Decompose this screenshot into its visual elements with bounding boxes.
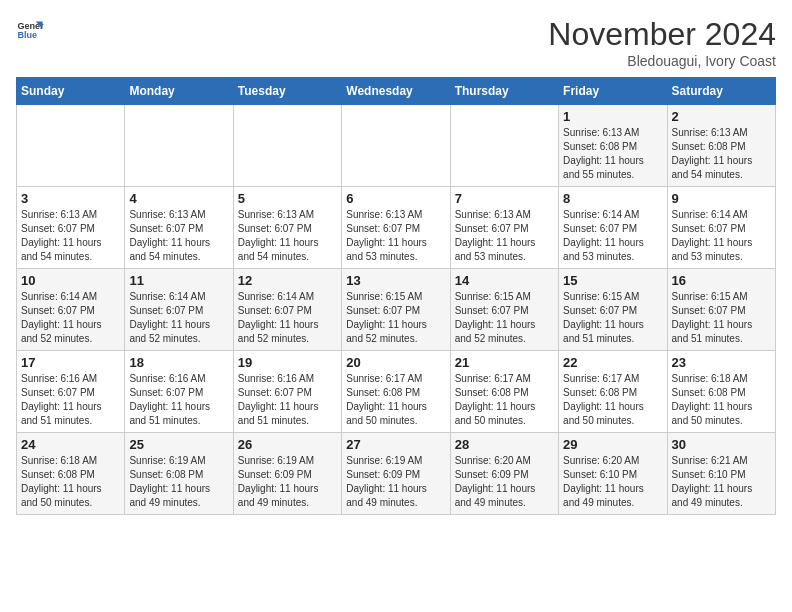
day-number: 21	[455, 355, 554, 370]
day-cell: 16Sunrise: 6:15 AM Sunset: 6:07 PM Dayli…	[667, 269, 775, 351]
day-cell: 20Sunrise: 6:17 AM Sunset: 6:08 PM Dayli…	[342, 351, 450, 433]
day-info: Sunrise: 6:19 AM Sunset: 6:08 PM Dayligh…	[129, 454, 228, 510]
location: Bledouagui, Ivory Coast	[548, 53, 776, 69]
day-number: 17	[21, 355, 120, 370]
day-info: Sunrise: 6:17 AM Sunset: 6:08 PM Dayligh…	[346, 372, 445, 428]
day-info: Sunrise: 6:16 AM Sunset: 6:07 PM Dayligh…	[238, 372, 337, 428]
day-number: 22	[563, 355, 662, 370]
day-info: Sunrise: 6:13 AM Sunset: 6:07 PM Dayligh…	[21, 208, 120, 264]
day-info: Sunrise: 6:13 AM Sunset: 6:07 PM Dayligh…	[238, 208, 337, 264]
day-cell: 26Sunrise: 6:19 AM Sunset: 6:09 PM Dayli…	[233, 433, 341, 515]
day-cell: 22Sunrise: 6:17 AM Sunset: 6:08 PM Dayli…	[559, 351, 667, 433]
day-info: Sunrise: 6:13 AM Sunset: 6:08 PM Dayligh…	[563, 126, 662, 182]
day-info: Sunrise: 6:18 AM Sunset: 6:08 PM Dayligh…	[672, 372, 771, 428]
day-cell: 15Sunrise: 6:15 AM Sunset: 6:07 PM Dayli…	[559, 269, 667, 351]
day-info: Sunrise: 6:14 AM Sunset: 6:07 PM Dayligh…	[563, 208, 662, 264]
logo-icon: General Blue	[16, 16, 44, 44]
day-number: 27	[346, 437, 445, 452]
day-info: Sunrise: 6:14 AM Sunset: 6:07 PM Dayligh…	[129, 290, 228, 346]
day-cell: 6Sunrise: 6:13 AM Sunset: 6:07 PM Daylig…	[342, 187, 450, 269]
day-cell: 7Sunrise: 6:13 AM Sunset: 6:07 PM Daylig…	[450, 187, 558, 269]
day-cell	[450, 105, 558, 187]
day-cell: 9Sunrise: 6:14 AM Sunset: 6:07 PM Daylig…	[667, 187, 775, 269]
day-cell	[125, 105, 233, 187]
day-info: Sunrise: 6:13 AM Sunset: 6:07 PM Dayligh…	[455, 208, 554, 264]
day-cell	[233, 105, 341, 187]
day-cell: 10Sunrise: 6:14 AM Sunset: 6:07 PM Dayli…	[17, 269, 125, 351]
day-cell: 2Sunrise: 6:13 AM Sunset: 6:08 PM Daylig…	[667, 105, 775, 187]
day-number: 15	[563, 273, 662, 288]
day-cell: 14Sunrise: 6:15 AM Sunset: 6:07 PM Dayli…	[450, 269, 558, 351]
weekday-header-saturday: Saturday	[667, 78, 775, 105]
day-cell: 30Sunrise: 6:21 AM Sunset: 6:10 PM Dayli…	[667, 433, 775, 515]
day-number: 3	[21, 191, 120, 206]
day-number: 16	[672, 273, 771, 288]
day-info: Sunrise: 6:20 AM Sunset: 6:10 PM Dayligh…	[563, 454, 662, 510]
day-number: 20	[346, 355, 445, 370]
day-info: Sunrise: 6:17 AM Sunset: 6:08 PM Dayligh…	[455, 372, 554, 428]
day-cell: 24Sunrise: 6:18 AM Sunset: 6:08 PM Dayli…	[17, 433, 125, 515]
weekday-header-sunday: Sunday	[17, 78, 125, 105]
day-cell: 1Sunrise: 6:13 AM Sunset: 6:08 PM Daylig…	[559, 105, 667, 187]
day-info: Sunrise: 6:15 AM Sunset: 6:07 PM Dayligh…	[563, 290, 662, 346]
day-info: Sunrise: 6:14 AM Sunset: 6:07 PM Dayligh…	[672, 208, 771, 264]
month-title: November 2024	[548, 16, 776, 53]
week-row-5: 24Sunrise: 6:18 AM Sunset: 6:08 PM Dayli…	[17, 433, 776, 515]
day-info: Sunrise: 6:19 AM Sunset: 6:09 PM Dayligh…	[346, 454, 445, 510]
day-cell: 3Sunrise: 6:13 AM Sunset: 6:07 PM Daylig…	[17, 187, 125, 269]
day-cell: 18Sunrise: 6:16 AM Sunset: 6:07 PM Dayli…	[125, 351, 233, 433]
day-info: Sunrise: 6:21 AM Sunset: 6:10 PM Dayligh…	[672, 454, 771, 510]
day-number: 9	[672, 191, 771, 206]
day-info: Sunrise: 6:18 AM Sunset: 6:08 PM Dayligh…	[21, 454, 120, 510]
day-number: 24	[21, 437, 120, 452]
day-number: 23	[672, 355, 771, 370]
day-number: 8	[563, 191, 662, 206]
day-cell: 21Sunrise: 6:17 AM Sunset: 6:08 PM Dayli…	[450, 351, 558, 433]
day-info: Sunrise: 6:13 AM Sunset: 6:07 PM Dayligh…	[346, 208, 445, 264]
day-info: Sunrise: 6:15 AM Sunset: 6:07 PM Dayligh…	[672, 290, 771, 346]
day-cell: 5Sunrise: 6:13 AM Sunset: 6:07 PM Daylig…	[233, 187, 341, 269]
day-info: Sunrise: 6:15 AM Sunset: 6:07 PM Dayligh…	[455, 290, 554, 346]
week-row-4: 17Sunrise: 6:16 AM Sunset: 6:07 PM Dayli…	[17, 351, 776, 433]
page-header: General Blue November 2024 Bledouagui, I…	[16, 16, 776, 69]
day-number: 10	[21, 273, 120, 288]
day-cell: 11Sunrise: 6:14 AM Sunset: 6:07 PM Dayli…	[125, 269, 233, 351]
day-number: 26	[238, 437, 337, 452]
logo: General Blue	[16, 16, 44, 44]
week-row-1: 1Sunrise: 6:13 AM Sunset: 6:08 PM Daylig…	[17, 105, 776, 187]
day-cell: 4Sunrise: 6:13 AM Sunset: 6:07 PM Daylig…	[125, 187, 233, 269]
day-number: 25	[129, 437, 228, 452]
day-number: 1	[563, 109, 662, 124]
day-info: Sunrise: 6:16 AM Sunset: 6:07 PM Dayligh…	[129, 372, 228, 428]
weekday-header-row: SundayMondayTuesdayWednesdayThursdayFrid…	[17, 78, 776, 105]
day-cell: 27Sunrise: 6:19 AM Sunset: 6:09 PM Dayli…	[342, 433, 450, 515]
day-number: 13	[346, 273, 445, 288]
day-cell: 13Sunrise: 6:15 AM Sunset: 6:07 PM Dayli…	[342, 269, 450, 351]
day-cell: 19Sunrise: 6:16 AM Sunset: 6:07 PM Dayli…	[233, 351, 341, 433]
day-cell: 28Sunrise: 6:20 AM Sunset: 6:09 PM Dayli…	[450, 433, 558, 515]
calendar-table: SundayMondayTuesdayWednesdayThursdayFrid…	[16, 77, 776, 515]
day-cell: 17Sunrise: 6:16 AM Sunset: 6:07 PM Dayli…	[17, 351, 125, 433]
day-number: 19	[238, 355, 337, 370]
svg-text:Blue: Blue	[17, 30, 37, 40]
day-cell	[17, 105, 125, 187]
day-number: 28	[455, 437, 554, 452]
day-info: Sunrise: 6:14 AM Sunset: 6:07 PM Dayligh…	[238, 290, 337, 346]
day-number: 18	[129, 355, 228, 370]
day-info: Sunrise: 6:17 AM Sunset: 6:08 PM Dayligh…	[563, 372, 662, 428]
day-number: 4	[129, 191, 228, 206]
day-number: 6	[346, 191, 445, 206]
day-info: Sunrise: 6:16 AM Sunset: 6:07 PM Dayligh…	[21, 372, 120, 428]
day-cell: 29Sunrise: 6:20 AM Sunset: 6:10 PM Dayli…	[559, 433, 667, 515]
day-info: Sunrise: 6:14 AM Sunset: 6:07 PM Dayligh…	[21, 290, 120, 346]
day-number: 2	[672, 109, 771, 124]
weekday-header-friday: Friday	[559, 78, 667, 105]
day-number: 5	[238, 191, 337, 206]
day-number: 29	[563, 437, 662, 452]
day-info: Sunrise: 6:19 AM Sunset: 6:09 PM Dayligh…	[238, 454, 337, 510]
day-info: Sunrise: 6:15 AM Sunset: 6:07 PM Dayligh…	[346, 290, 445, 346]
day-cell: 23Sunrise: 6:18 AM Sunset: 6:08 PM Dayli…	[667, 351, 775, 433]
weekday-header-tuesday: Tuesday	[233, 78, 341, 105]
day-cell	[342, 105, 450, 187]
day-number: 7	[455, 191, 554, 206]
